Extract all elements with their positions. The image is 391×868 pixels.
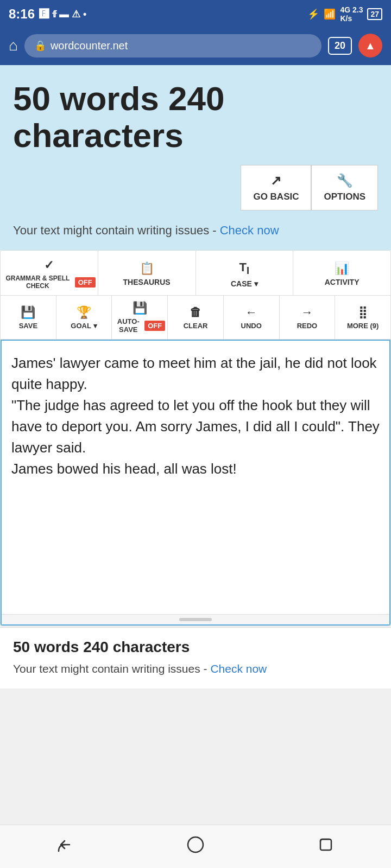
toolbar-row1: ✓ GRAMMAR & SPELL CHECK OFF 📋 THESAURUS … [1, 251, 390, 296]
nav-bar [0, 825, 391, 868]
check-now-link-bottom[interactable]: Check now [210, 662, 267, 675]
undo-button[interactable]: ← UNDO [224, 296, 280, 339]
save-icon: 💾 [21, 305, 35, 320]
text-editor[interactable]: James' lawyer came to meet him at the ja… [2, 341, 389, 612]
save-button[interactable]: 💾 SAVE [1, 296, 56, 339]
goal-button[interactable]: 🏆 GOAL ▾ [56, 296, 112, 339]
status-right: ⚡ 📶 4G 2.3K/s 27 [307, 5, 382, 23]
wc-buttons: ↗ GO BASIC 🔧 OPTIONS [13, 165, 378, 210]
status-bar: 8:16 🅱 𝕗 ▬ ⚠ • ⚡ 📶 4G 2.3K/s 27 [0, 0, 391, 28]
upload-button[interactable]: ▲ [358, 34, 382, 58]
notification-icons: 🅱 𝕗 ▬ ⚠ • [39, 8, 86, 20]
grid-icon: ⣿ [358, 305, 367, 320]
grammar-spell-check-button[interactable]: ✓ GRAMMAR & SPELL CHECK OFF [1, 251, 98, 295]
clear-button[interactable]: 🗑 CLEAR [168, 296, 224, 339]
home-button[interactable]: ⌂ [9, 37, 18, 54]
options-button[interactable]: 🔧 OPTIONS [311, 165, 378, 210]
status-time: 8:16 [9, 7, 35, 22]
battery-icon: 27 [367, 8, 382, 20]
redo-icon: → [301, 305, 313, 320]
more-button[interactable]: ⣿ MORE (9) [335, 296, 390, 339]
activity-button[interactable]: 📊 ACTIVITY [293, 251, 390, 295]
trophy-icon: 🏆 [77, 305, 91, 320]
recent-button[interactable] [315, 834, 337, 860]
undo-icon: ← [245, 305, 257, 320]
auto-save-icon: 💾 [133, 301, 147, 315]
wc-title: 50 words 240 characters [13, 80, 378, 154]
network-speed: 4G 2.3K/s [340, 5, 363, 23]
browser-bar: ⌂ 🔒 wordcounter.net 20 ▲ [0, 28, 391, 65]
check-now-link-header[interactable]: Check now [220, 224, 279, 237]
status-left: 8:16 🅱 𝕗 ▬ ⚠ • [9, 7, 86, 22]
toolbar-container: ✓ GRAMMAR & SPELL CHECK OFF 📋 THESAURUS … [0, 250, 391, 626]
go-basic-button[interactable]: ↗ GO BASIC [241, 165, 311, 210]
external-link-icon: ↗ [270, 173, 281, 188]
text-area-wrapper: James' lawyer came to meet him at the ja… [1, 340, 390, 626]
redo-button[interactable]: → REDO [280, 296, 336, 339]
url-bar[interactable]: 🔒 wordcounter.net [24, 34, 321, 58]
lock-icon: 🔒 [34, 40, 46, 52]
thesaurus-button[interactable]: 📋 THESAURUS [98, 251, 196, 295]
checkmark-icon: ✓ [44, 258, 54, 272]
signal-icon: 📶 [324, 8, 336, 20]
drag-dots [179, 618, 212, 621]
case-button[interactable]: TI CASE ▾ [196, 251, 294, 295]
bottom-stats-title: 50 words 240 characters [13, 639, 378, 656]
grammar-off-badge: OFF [75, 277, 96, 288]
toolbar-row2: 💾 SAVE 🏆 GOAL ▾ 💾 AUTO-SAVE OFF [1, 296, 390, 340]
book-icon: 📋 [140, 261, 154, 276]
tab-count[interactable]: 20 [328, 37, 352, 55]
writing-issues-header: Your text might contain writing issues -… [13, 221, 378, 239]
drag-handle[interactable] [2, 614, 389, 624]
svg-point-0 [188, 837, 203, 852]
back-button[interactable] [54, 834, 76, 860]
home-nav-button[interactable] [185, 834, 206, 860]
bottom-stats: 50 words 240 characters Your text might … [0, 627, 391, 688]
url-text: wordcounter.net [51, 40, 128, 52]
trash-icon: 🗑 [190, 305, 201, 320]
svg-rect-1 [320, 839, 331, 850]
wrench-icon: 🔧 [337, 173, 353, 188]
wc-header: 50 words 240 characters ↗ GO BASIC 🔧 OPT… [0, 65, 391, 250]
bottom-stats-sub: Your text might contain writing issues -… [13, 660, 378, 678]
chart-icon: 📊 [335, 261, 349, 276]
text-case-icon: TI [239, 260, 250, 277]
auto-save-off-badge: OFF [144, 321, 165, 331]
auto-save-button[interactable]: 💾 AUTO-SAVE OFF [112, 296, 168, 339]
bluetooth-icon: ⚡ [307, 8, 319, 20]
